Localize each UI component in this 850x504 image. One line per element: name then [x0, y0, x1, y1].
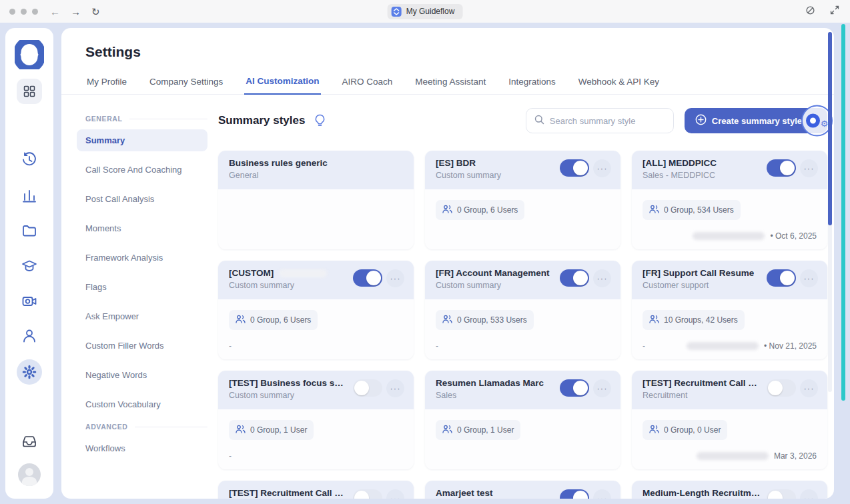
- card-subtitle: Sales: [436, 391, 554, 400]
- summary-style-card[interactable]: [TEST] Business focus sum... Custom summ…: [218, 371, 414, 469]
- settings-gear-icon[interactable]: [17, 359, 42, 385]
- browser-tab[interactable]: My Guideflow: [388, 4, 463, 19]
- back-button[interactable]: ←: [50, 7, 60, 17]
- enable-toggle[interactable]: [560, 489, 589, 499]
- summary-style-card[interactable]: Business rules generic General: [218, 151, 414, 249]
- subnav-item-custom-vocabulary[interactable]: Custom Vocabulary: [77, 393, 207, 415]
- enable-toggle[interactable]: [560, 269, 589, 287]
- tab-airo-coach[interactable]: AIRO Coach: [341, 72, 394, 94]
- summary-style-card[interactable]: Resumen Llamadas Marc Sales ··· 0 Group,…: [425, 371, 620, 469]
- card-menu-button[interactable]: ···: [593, 269, 611, 287]
- card-body: 10 Groups, 42 Users - • Nov 21, 2025: [632, 299, 827, 359]
- subnav-item-negative-words[interactable]: Negative Words: [77, 364, 207, 386]
- window-traffic-lights[interactable]: [9, 9, 38, 15]
- card-title: Medium-Length Recruitme...: [643, 488, 761, 498]
- tab-company-settings[interactable]: Company Settings: [148, 72, 224, 94]
- scrollbar-thumb[interactable]: [828, 32, 832, 225]
- summary-style-card[interactable]: [ALL] MEDDPICC Sales - MEDDPICC ··· 0 Gr…: [632, 151, 827, 249]
- card-menu-button[interactable]: ···: [800, 489, 818, 499]
- reload-button[interactable]: ↻: [91, 7, 100, 17]
- tab-ai-customization[interactable]: AI Customization: [244, 72, 320, 95]
- screen: ← → ↻ My Guideflow: [0, 0, 850, 504]
- card-menu-button[interactable]: ···: [593, 379, 611, 397]
- search-input[interactable]: [550, 116, 667, 126]
- history-icon[interactable]: [22, 152, 37, 167]
- toggle-knob: [573, 271, 588, 285]
- toggle-knob: [780, 271, 795, 285]
- app-logo[interactable]: [15, 40, 44, 69]
- enable-toggle[interactable]: [767, 159, 796, 177]
- analytics-icon[interactable]: [22, 188, 37, 203]
- card-header: [TEST] Business focus sum... Custom summ…: [218, 371, 414, 409]
- expand-icon[interactable]: [830, 5, 839, 17]
- summary-style-card[interactable]: [ES] BDR Custom summary ··· 0 Group, 6 U…: [425, 151, 620, 249]
- card-header: [TEST] Recruitment Call Su... Recruitmen…: [632, 371, 827, 409]
- subnav-item-ask-empower[interactable]: Ask Empower: [77, 305, 207, 327]
- tab-my-profile[interactable]: My Profile: [85, 72, 128, 94]
- users-icon: [236, 424, 246, 436]
- enable-toggle[interactable]: [353, 489, 382, 499]
- folder-icon[interactable]: [22, 223, 37, 239]
- lightbulb-icon[interactable]: [314, 114, 326, 127]
- card-menu-button[interactable]: ···: [800, 379, 818, 397]
- enable-toggle[interactable]: [353, 379, 382, 397]
- user-avatar[interactable]: [18, 463, 41, 486]
- toggle-knob: [354, 491, 369, 499]
- card-menu-button[interactable]: ···: [386, 269, 404, 287]
- subnav-item-custom-filler-words[interactable]: Custom Filler Words: [77, 335, 207, 357]
- inbox-icon[interactable]: [21, 433, 37, 449]
- subnav-section-label: GENERAL: [85, 115, 207, 123]
- card-menu-button[interactable]: ···: [800, 269, 818, 287]
- subnav-item-post-call-analysis[interactable]: Post Call Analysis: [77, 188, 207, 210]
- settings-subnav: GENERALSummaryCall Score And CoachingPos…: [61, 95, 218, 496]
- tab-title: My Guideflow: [406, 7, 455, 16]
- card-header: [FR] Account Management Custom summary ·…: [425, 261, 620, 299]
- card-date: • Nov 21, 2025: [764, 341, 817, 351]
- subnav-item-moments[interactable]: Moments: [77, 217, 207, 239]
- card-subtitle: Custom summary: [436, 281, 554, 290]
- summary-styles-section: Summary styles Create sum: [218, 95, 834, 496]
- enable-toggle[interactable]: [353, 269, 382, 287]
- summary-style-card[interactable]: Amarjeet test ···: [425, 481, 620, 499]
- summary-style-card[interactable]: [CUSTOM] Custom summary ··· 0 Group, 6 U…: [218, 261, 414, 359]
- users-icon: [649, 314, 659, 326]
- card-menu-button[interactable]: ···: [593, 489, 611, 499]
- tab-webhook-api-key[interactable]: Webhook & API Key: [577, 72, 661, 94]
- subnav-item-workflows[interactable]: Workflows: [77, 437, 207, 459]
- card-header: [FR] Support Call Resume Customer suppor…: [632, 261, 827, 299]
- card-title: Resumen Llamadas Marc: [436, 378, 544, 388]
- subnav-item-flags[interactable]: Flags: [77, 276, 207, 298]
- link-icon[interactable]: [805, 5, 815, 18]
- summary-style-card[interactable]: [FR] Account Management Custom summary ·…: [425, 261, 620, 359]
- summary-style-card[interactable]: [FR] Support Call Resume Customer suppor…: [632, 261, 827, 359]
- badge-text: 0 Group, 0 User: [664, 425, 721, 435]
- subnav-item-call-score-and-coaching[interactable]: Call Score And Coaching: [77, 159, 207, 181]
- card-subtitle: Custom summary: [229, 281, 348, 290]
- apps-grid-icon[interactable]: [17, 79, 42, 104]
- card-menu-button[interactable]: ···: [593, 159, 611, 177]
- card-body: 0 Group, 6 Users -: [218, 299, 414, 359]
- summary-style-card[interactable]: [TEST] Recruitment Call Su... ···: [218, 481, 414, 499]
- forward-button[interactable]: →: [71, 7, 81, 17]
- enable-toggle[interactable]: [767, 379, 796, 397]
- card-header: Business rules generic General: [218, 151, 414, 189]
- summary-style-card[interactable]: Medium-Length Recruitme... ···: [632, 481, 827, 499]
- badge-text: 0 Group, 533 Users: [457, 315, 527, 325]
- tab-meeting-assistant[interactable]: Meeting Assistant: [414, 72, 487, 94]
- recordings-icon[interactable]: [21, 293, 37, 309]
- summary-style-card[interactable]: [TEST] Recruitment Call Su... Recruitmen…: [632, 371, 827, 469]
- subnav-item-framework-analysis[interactable]: Framework Analysis: [77, 247, 207, 269]
- tab-integrations[interactable]: Integrations: [507, 72, 557, 94]
- enable-toggle[interactable]: [767, 489, 796, 499]
- enable-toggle[interactable]: [560, 159, 589, 177]
- card-menu-button[interactable]: ···: [386, 489, 404, 499]
- academy-icon[interactable]: [21, 258, 37, 274]
- card-subtitle: Customer support: [643, 281, 761, 290]
- enable-toggle[interactable]: [767, 269, 796, 287]
- card-menu-button[interactable]: ···: [386, 379, 404, 397]
- enable-toggle[interactable]: [560, 379, 589, 397]
- subnav-item-summary[interactable]: Summary: [77, 129, 207, 151]
- user-icon[interactable]: [22, 328, 37, 343]
- assignment-badge: 0 Group, 1 User: [436, 420, 520, 440]
- card-menu-button[interactable]: ···: [800, 159, 818, 177]
